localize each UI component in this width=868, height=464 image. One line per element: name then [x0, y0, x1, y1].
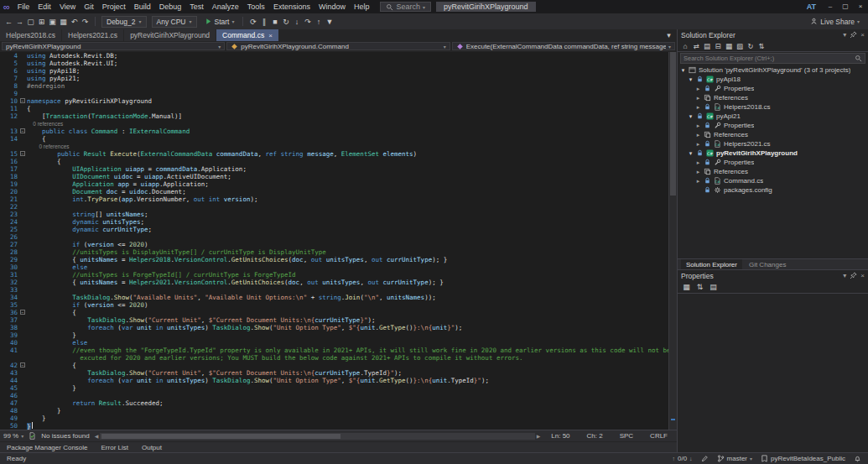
tree-item-packages-config[interactable]: packages.config: [678, 185, 868, 195]
line-number[interactable]: 31: [0, 271, 20, 279]
line-number[interactable]: 30: [0, 263, 20, 271]
horizontal-scroll-thumb[interactable]: [101, 434, 340, 439]
menu-build[interactable]: Build: [130, 0, 155, 13]
menu-view[interactable]: View: [55, 0, 80, 13]
code-line[interactable]: 25 dynamic currUnitType;: [0, 226, 668, 233]
line-number[interactable]: 22: [0, 203, 20, 211]
code-line[interactable]: 48 }: [0, 407, 668, 414]
tab-pyrevitgirihxplayground[interactable]: pyRevitGirihXPlayground: [124, 29, 216, 41]
code-line[interactable]: excuted for 2020 and earlier versions; Y…: [0, 354, 668, 362]
line-number[interactable]: 43: [0, 369, 20, 377]
code-line[interactable]: 9: [0, 90, 668, 97]
line-number[interactable]: 8: [0, 82, 20, 90]
tree-item-pyrevitgirihxplayground[interactable]: ▾C#pyRevitGirihXPlayground: [678, 149, 868, 158]
sync-with-active-document-icon[interactable]: ⇅: [756, 42, 767, 50]
line-number[interactable]: 21: [0, 196, 20, 203]
line-number[interactable]: [0, 354, 20, 362]
line-number[interactable]: 23: [0, 211, 20, 218]
menu-project[interactable]: Project: [98, 0, 130, 13]
line-number[interactable]: 49: [0, 414, 20, 422]
menu-debug[interactable]: Debug: [155, 0, 186, 13]
refresh-icon[interactable]: ↻: [746, 42, 756, 50]
code-line[interactable]: 27 if (version <= 2020): [0, 241, 668, 248]
line-number[interactable]: 13: [0, 128, 20, 135]
expander-icon[interactable]: ▸: [695, 159, 701, 166]
code-line[interactable]: 30 else: [0, 263, 668, 271]
branch-selector[interactable]: master ▾: [717, 455, 752, 462]
step-over-icon[interactable]: ↷: [302, 18, 313, 26]
line-number[interactable]: 45: [0, 384, 20, 392]
code-line[interactable]: 13− public class Command : IExternalComm…: [0, 128, 668, 135]
save-all-icon[interactable]: ▦: [58, 18, 69, 26]
menu-extensions[interactable]: Extensions: [269, 0, 314, 13]
alphabetical-icon[interactable]: ⇅: [694, 283, 705, 291]
code-line[interactable]: 0 references: [0, 143, 668, 150]
code-line[interactable]: 11{: [0, 105, 668, 112]
line-number[interactable]: 9: [0, 90, 20, 97]
code-line[interactable]: 43 TaskDialog.Show("Current Unit", $"Cur…: [0, 369, 668, 377]
expander-icon[interactable]: ▾: [688, 113, 694, 120]
code-line[interactable]: 15− public Result Execute(ExternalComman…: [0, 150, 668, 158]
spaces-indicator[interactable]: SPC: [614, 432, 639, 440]
code-line[interactable]: 26: [0, 233, 668, 241]
code-line[interactable]: 23 string[] unitsNames;: [0, 211, 668, 218]
open-file-icon[interactable]: ⊞: [36, 18, 47, 26]
platform-dropdown[interactable]: Any CPU ▾: [152, 16, 197, 28]
line-number[interactable]: 17: [0, 165, 20, 173]
tab-command-cs[interactable]: Command.cs×: [216, 29, 278, 41]
code-line[interactable]: 10−namespace pyRevitGirihXPlayground: [0, 97, 668, 105]
line-number[interactable]: 32: [0, 279, 20, 286]
line-number[interactable]: 35: [0, 301, 20, 309]
expander-icon[interactable]: ▸: [695, 86, 701, 92]
back-icon[interactable]: ←: [3, 18, 14, 26]
expander-icon[interactable]: ▸: [695, 132, 701, 138]
save-icon[interactable]: ▣: [47, 18, 58, 26]
code-line[interactable]: 16 {: [0, 158, 668, 165]
switch-views-icon[interactable]: ⇄: [691, 42, 701, 50]
code-line[interactable]: 33: [0, 286, 668, 294]
line-number[interactable]: 7: [0, 75, 20, 82]
tree-item-pyapi21[interactable]: ▾C#pyApi21: [678, 112, 868, 121]
line-number[interactable]: 39: [0, 331, 20, 339]
zoom-control[interactable]: 99 % ▾: [3, 432, 23, 440]
find-icon[interactable]: ▼: [324, 18, 335, 26]
line-number[interactable]: 5: [0, 60, 20, 67]
line-number[interactable]: 28: [0, 248, 20, 256]
code-line[interactable]: 18 UIDocument uidoc = uiapp.ActiveUIDocu…: [0, 173, 668, 180]
code-line[interactable]: 24 dynamic unitsTypes;: [0, 218, 668, 226]
line-number[interactable]: 29: [0, 256, 20, 263]
tree-item-properties[interactable]: ▸Properties: [678, 158, 868, 167]
line-number[interactable]: 46: [0, 392, 20, 399]
expander-icon[interactable]: ▸: [695, 104, 701, 111]
line-number[interactable]: 6: [0, 67, 20, 75]
line-number[interactable]: 40: [0, 339, 20, 347]
close-panel-icon[interactable]: ×: [860, 272, 865, 279]
line-number[interactable]: 48: [0, 407, 20, 414]
scroll-right-icon[interactable]: ▶: [537, 433, 541, 439]
start-debugging-button[interactable]: Start ▾: [200, 18, 239, 26]
code-line[interactable]: 8#endregion: [0, 82, 668, 90]
tree-item-properties[interactable]: ▸Properties: [678, 84, 868, 93]
tree-item-command-cs[interactable]: ▸C#Command.cs: [678, 176, 868, 185]
restart-icon[interactable]: ↻: [280, 18, 291, 26]
menu-test[interactable]: Test: [185, 0, 208, 13]
forward-icon[interactable]: →: [14, 18, 25, 26]
window-position-icon[interactable]: ▾: [843, 31, 846, 39]
home-icon[interactable]: ⌂: [680, 42, 690, 50]
line-number[interactable]: 27: [0, 241, 20, 248]
line-number[interactable]: 10: [0, 97, 20, 105]
menu-help[interactable]: Help: [350, 0, 374, 13]
show-all-files-icon[interactable]: ▧: [735, 42, 745, 50]
code-line[interactable]: 14 {: [0, 135, 668, 143]
expander-icon[interactable]: ▸: [695, 141, 701, 148]
code-line[interactable]: 6using pyApi18;: [0, 67, 668, 75]
code-line[interactable]: 49 }: [0, 414, 668, 422]
menu-edit[interactable]: Edit: [34, 0, 55, 13]
line-number[interactable]: 4: [0, 52, 20, 60]
menu-git[interactable]: Git: [80, 0, 98, 13]
code-line[interactable]: 7using pyApi21;: [0, 75, 668, 82]
line-number[interactable]: 19: [0, 180, 20, 188]
code-line[interactable]: 20 Document doc = uidoc.Document;: [0, 188, 668, 196]
tree-item-properties[interactable]: ▸Properties: [678, 121, 868, 130]
code-line[interactable]: 34 TaskDialog.Show("Available Units", "A…: [0, 294, 668, 301]
